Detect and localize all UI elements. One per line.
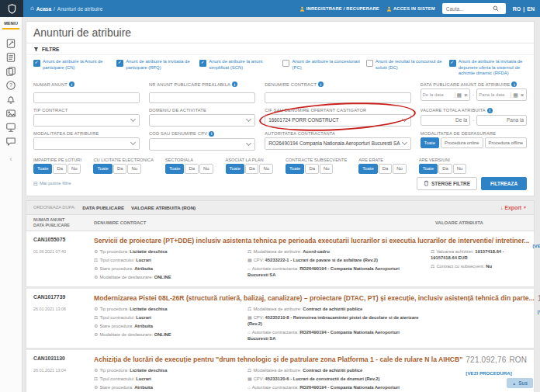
mode-offline-button[interactable]: Procedura offline bbox=[485, 137, 527, 148]
valoare-de-la-input[interactable] bbox=[421, 115, 471, 126]
notice-number-link[interactable]: CAN1031130 bbox=[33, 356, 94, 361]
toggle-toate-button[interactable]: Toate bbox=[165, 164, 184, 174]
calendar-icon[interactable]: ▦ bbox=[455, 92, 464, 98]
notice-type-checkbox[interactable]: Anunt de atribuire la concesionari (PC) bbox=[282, 59, 360, 77]
toggle-nu-button[interactable]: Nu bbox=[199, 164, 213, 174]
document-list-icon[interactable] bbox=[5, 52, 16, 63]
gear-icon: ⚙ bbox=[94, 307, 98, 311]
export-link[interactable]: ↓ Export ▼ bbox=[500, 205, 527, 210]
notifications-icon[interactable] bbox=[5, 94, 16, 105]
toggle-da-button[interactable]: Da bbox=[113, 164, 127, 174]
domeniu-activitate-select[interactable] bbox=[149, 114, 255, 127]
toggle-da-button[interactable]: Da bbox=[305, 164, 319, 174]
filter-button[interactable]: FILTREAZA bbox=[481, 177, 527, 190]
notice-type-checkbox[interactable]: Anunt de rezultat la concursul de soluti… bbox=[366, 59, 444, 77]
toggle-da-button[interactable]: Da bbox=[185, 164, 199, 174]
toggle-nu-button[interactable]: Nu bbox=[393, 164, 407, 174]
copy-icon[interactable] bbox=[5, 66, 16, 77]
contract-title-link[interactable]: Modernizarea Pistei 08L-26R (structură r… bbox=[94, 294, 535, 302]
checkbox-icon[interactable] bbox=[33, 60, 40, 67]
app-logo[interactable] bbox=[0, 0, 23, 17]
toggle-label: ASOCIAT LA PLAN bbox=[226, 158, 274, 162]
numar-anunt-input[interactable] bbox=[33, 92, 140, 103]
toggle-toate-button[interactable]: Toate bbox=[226, 164, 244, 174]
checkbox-icon[interactable] bbox=[366, 60, 373, 67]
toggle-nu-button[interactable]: Nu bbox=[320, 164, 334, 174]
column-valoare-atribuita[interactable]: VALOARE ATRIBUITA bbox=[435, 220, 527, 225]
search-icon[interactable] bbox=[493, 5, 499, 12]
notice-type-checkbox[interactable]: Anunt de atribuire la invitatia de parti… bbox=[116, 59, 194, 77]
toggle-nu-button[interactable]: Nu bbox=[68, 164, 81, 174]
checkbox-icon[interactable] bbox=[449, 60, 456, 67]
home-icon[interactable]: ⌂ bbox=[30, 5, 34, 12]
search-input[interactable] bbox=[445, 5, 493, 12]
mode-toate-button[interactable]: Toate bbox=[421, 137, 439, 148]
chat-icon[interactable] bbox=[5, 136, 16, 147]
register-link[interactable]: INREGISTRARE / RECUPERARE bbox=[299, 6, 379, 12]
column-denumire-contract[interactable]: DENUMIRE CONTRACT bbox=[94, 220, 435, 225]
toggle-da-button[interactable]: Da bbox=[438, 164, 452, 174]
modalitatea-atribuire-select[interactable] bbox=[33, 137, 140, 150]
info-icon[interactable]: i bbox=[232, 82, 237, 87]
edit-document-icon[interactable] bbox=[5, 38, 16, 49]
toggle-da-button[interactable]: Da bbox=[53, 164, 67, 174]
info-icon[interactable]: i bbox=[511, 82, 517, 87]
notice-type-checkbox[interactable]: Anunt de atribuire la anunt simplificat … bbox=[199, 59, 277, 77]
notice-number-link[interactable]: CAN1055075 bbox=[33, 237, 94, 242]
notice-number-link[interactable]: CAN1017739 bbox=[33, 294, 94, 300]
toggle-da-button[interactable]: Da bbox=[245, 164, 259, 174]
cif-ofertant-select[interactable]: 16601724 PORR CONSTRUCT bbox=[265, 114, 410, 127]
denumire-contract-input[interactable] bbox=[265, 92, 410, 103]
gallery-icon[interactable] bbox=[5, 108, 16, 119]
field-denumire-contract: DENUMIRE CONTRACTi bbox=[265, 82, 410, 103]
toggle-nu-button[interactable]: Nu bbox=[127, 164, 141, 174]
toggle-toate-button[interactable]: Toate bbox=[358, 164, 377, 174]
calendar-icon[interactable]: ▦ bbox=[511, 92, 520, 98]
info-icon[interactable]: i bbox=[487, 108, 493, 113]
lang-en[interactable]: EN bbox=[527, 6, 535, 12]
tip-contract-select[interactable] bbox=[33, 114, 140, 127]
toggle-nu-button[interactable]: Nu bbox=[259, 164, 273, 174]
toggle-nu-button[interactable]: Nu bbox=[453, 164, 467, 174]
toggle-da-button[interactable]: Da bbox=[379, 164, 393, 174]
filters-header[interactable]: FILTRE bbox=[26, 43, 534, 55]
less-filters-link[interactable]: ⊟ Mai putine filtre bbox=[33, 181, 71, 186]
toggle-toate-button[interactable]: Toate bbox=[33, 164, 52, 174]
toggle-toate-button[interactable]: Toate bbox=[419, 164, 438, 174]
devices-icon[interactable] bbox=[5, 122, 16, 133]
toggle-toate-button[interactable]: Toate bbox=[93, 164, 112, 174]
date-from-input[interactable]: De la data ▦ × bbox=[421, 88, 471, 101]
valoare-pana-la-input[interactable] bbox=[476, 115, 527, 126]
checkbox-icon[interactable] bbox=[116, 60, 123, 67]
lang-ro[interactable]: RO bbox=[513, 6, 521, 12]
column-numar-anunt[interactable]: NUMAR ANUNT DATA PUBLICARE bbox=[33, 217, 94, 229]
toggle-toate-button[interactable]: Toate bbox=[286, 164, 304, 174]
mode-online-button[interactable]: Procedura online bbox=[441, 137, 483, 148]
sort-by-date[interactable]: DATA PUBLICARE bbox=[82, 205, 124, 210]
checkbox-icon[interactable] bbox=[282, 60, 289, 67]
help-icon[interactable]: ? bbox=[5, 80, 16, 91]
checkbox-icon[interactable] bbox=[199, 60, 206, 67]
sort-by-value[interactable]: VALOARE ATRIBUITA (RON) bbox=[131, 205, 196, 210]
notice-type-checkbox[interactable]: Anunt de atribuire la invitatia de depun… bbox=[449, 59, 527, 77]
date-to-input[interactable]: Pana la data ▦ × bbox=[476, 88, 527, 101]
clear-icon[interactable]: × bbox=[520, 92, 524, 98]
autoritatea-contractanta-select[interactable]: RO26490194 Compania Nationala Aeroportur… bbox=[265, 137, 410, 150]
info-icon[interactable]: i bbox=[69, 82, 74, 87]
clear-icon[interactable]: × bbox=[463, 92, 468, 98]
breadcrumb-home[interactable]: Acasa bbox=[36, 6, 51, 12]
clear-filters-button[interactable]: STERGE FILTRE bbox=[417, 177, 477, 190]
info-icon[interactable]: i bbox=[318, 82, 324, 87]
cpv-select[interactable] bbox=[149, 138, 255, 151]
contract-title-link[interactable]: Achiziția de lucrări de execuție pentru … bbox=[94, 356, 462, 363]
login-link[interactable]: ACCES IN SISTEM bbox=[386, 6, 435, 12]
sidebar-collapse-icon[interactable]: ‹ bbox=[10, 156, 12, 163]
contract-title-link[interactable]: Servicii de proiectare (PT+DDE) inclusiv… bbox=[94, 237, 529, 245]
detail-item: ⚙Modalitate de desfasurare: ONLINE bbox=[94, 331, 238, 338]
vezi-procedura-link[interactable]: [VEZI PROCEDURA] bbox=[466, 370, 511, 376]
nr-anunt-prealabil-input[interactable] bbox=[149, 92, 255, 103]
vezi-procedura-link[interactable]: [VEZI PROCEDURA] bbox=[532, 243, 540, 248]
notice-type-checkbox[interactable]: Anunt de atribuire la Anunt de participa… bbox=[33, 59, 111, 77]
info-icon[interactable]: i bbox=[209, 131, 214, 137]
scroll-top-button[interactable]: ▲ Sus bbox=[507, 378, 533, 388]
